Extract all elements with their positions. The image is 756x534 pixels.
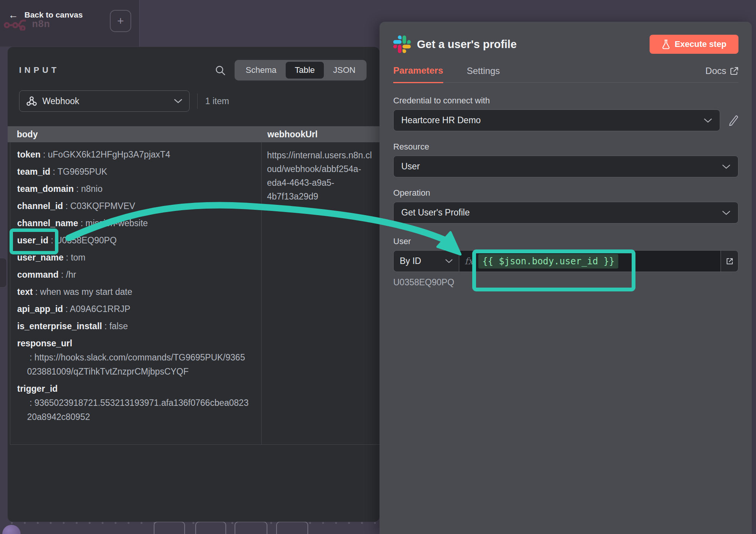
input-source-select[interactable]: Webhook xyxy=(19,90,190,112)
chevron-down-icon xyxy=(722,164,730,169)
tab-json[interactable]: JSON xyxy=(324,62,365,79)
expression-resolved-value: U0358EQ90PQ xyxy=(393,277,738,288)
chevron-down-icon xyxy=(174,99,182,103)
input-panel-title: INPUT xyxy=(19,65,60,75)
table-row[interactable]: channel_name : mission-website xyxy=(17,216,250,230)
item-count: 1 item xyxy=(197,93,229,109)
back-label: Back to canvas xyxy=(24,10,83,19)
plus-icon: + xyxy=(117,14,124,27)
table-row[interactable]: text : when was my start date xyxy=(17,285,250,299)
chevron-down-icon xyxy=(445,259,453,263)
user-expression-input[interactable]: fx {{ $json.body.user_id }} xyxy=(459,250,721,272)
operation-label: Operation xyxy=(393,188,738,198)
table-row[interactable]: command : /hr xyxy=(17,268,250,282)
back-to-canvas-button[interactable]: ← Back to canvas xyxy=(8,10,83,19)
table-row-user-id[interactable]: user_id : U0358EQ90PQ xyxy=(17,233,250,248)
canvas-toolbar-button[interactable] xyxy=(235,521,267,534)
operation-select[interactable]: Get User's Profile xyxy=(393,202,738,224)
pencil-icon xyxy=(728,115,738,126)
input-panel: INPUT Schema Table JSON Webhook 1 item b… xyxy=(8,47,380,522)
table-row[interactable]: team_domain : n8nio xyxy=(17,182,250,196)
chevron-down-icon xyxy=(722,211,730,215)
slack-icon xyxy=(393,35,411,53)
add-node-button[interactable]: + xyxy=(110,10,131,32)
expand-expression-button[interactable] xyxy=(721,250,738,272)
input-source-label: Webhook xyxy=(42,96,79,106)
webhook-url-cell[interactable]: https://internal.users.n8n.cloud/webhook… xyxy=(267,148,376,203)
fx-icon: fx xyxy=(465,256,473,267)
tab-settings[interactable]: Settings xyxy=(467,66,500,82)
table-row[interactable]: trigger_id : 9365023918721.553213193971.… xyxy=(17,382,250,424)
user-mode-select[interactable]: By ID xyxy=(393,250,459,272)
expression-code[interactable]: {{ $json.body.user_id }} xyxy=(478,254,618,269)
table-row[interactable]: token : uFoGKX6k12HFgHp3A7pjaxT4 xyxy=(17,148,250,162)
open-editor-icon xyxy=(726,257,733,265)
tab-schema[interactable]: Schema xyxy=(236,62,286,79)
view-mode-tabs: Schema Table JSON xyxy=(235,60,367,80)
flask-icon xyxy=(662,39,670,49)
input-data-table: body webhookUrl token : uFoGKX6k12HFgHp3… xyxy=(8,126,380,445)
node-details-panel: Get a user's profile Execute step Parame… xyxy=(380,22,752,534)
docs-link[interactable]: Docs xyxy=(705,66,738,82)
resource-label: Resource xyxy=(393,142,738,152)
external-link-icon xyxy=(730,67,738,75)
chevron-down-icon xyxy=(704,118,712,123)
search-icon[interactable] xyxy=(215,65,225,76)
credential-select[interactable]: Heartcore HR Demo xyxy=(393,109,720,131)
canvas-toolbar-button[interactable] xyxy=(154,521,185,534)
credential-label: Credential to connect with xyxy=(393,96,738,106)
user-field-label: User xyxy=(393,236,738,246)
column-header-webhookurl[interactable]: webhookUrl xyxy=(261,129,380,140)
table-row[interactable]: api_app_id : A09A6C1RRJP xyxy=(17,302,250,316)
canvas-toolbar-button[interactable] xyxy=(276,521,308,534)
resource-select[interactable]: User xyxy=(393,156,738,177)
edit-credential-button[interactable] xyxy=(728,115,738,126)
tab-table[interactable]: Table xyxy=(286,62,324,79)
tab-parameters[interactable]: Parameters xyxy=(393,65,443,83)
n8n-logo-text: n8n xyxy=(32,18,50,29)
execute-step-button[interactable]: Execute step xyxy=(650,35,738,54)
table-row[interactable]: channel_id : C03KQFPMVEV xyxy=(17,199,250,213)
node-title: Get a user's profile xyxy=(417,38,517,51)
collapsed-panel-handle[interactable] xyxy=(0,258,7,288)
webhook-icon xyxy=(26,96,37,106)
column-header-body[interactable]: body xyxy=(8,129,261,140)
canvas-toolbar-button[interactable] xyxy=(195,521,226,534)
table-row[interactable]: response_url : https://hooks.slack.com/c… xyxy=(17,336,250,379)
table-row[interactable]: user_name : tom xyxy=(17,251,250,265)
table-row[interactable]: is_enterprise_install : false xyxy=(17,319,250,333)
back-arrow-icon: ← xyxy=(8,10,18,19)
table-row[interactable]: team_id : TG9695PUK xyxy=(17,165,250,179)
